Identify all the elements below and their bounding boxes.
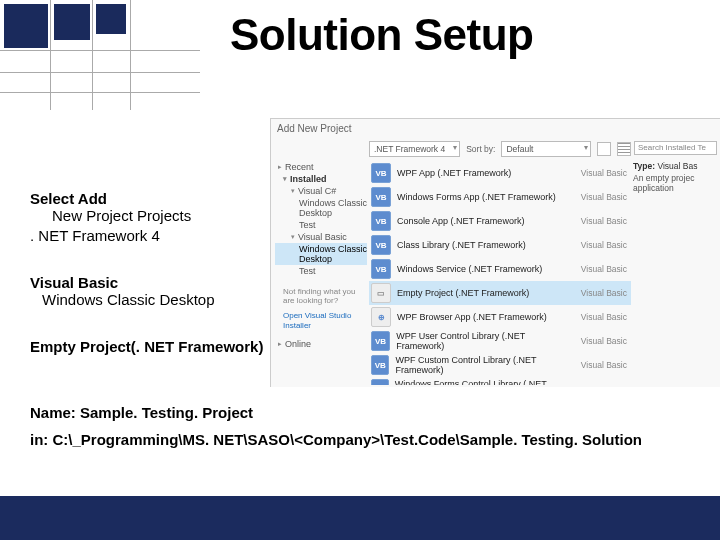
template-row[interactable]: VB WPF Custom Control Library (.NET Fram… xyxy=(369,353,631,377)
template-lang: Visual Basic xyxy=(571,312,631,322)
template-row[interactable]: VB Windows Service (.NET Framework) Visu… xyxy=(369,257,631,281)
note-line: Windows Classic Desktop xyxy=(42,291,285,308)
project-type-tree: Recent Installed Visual C# Windows Class… xyxy=(275,161,367,350)
search-input[interactable]: Search Installed Te xyxy=(634,141,717,155)
dialog-title: Add New Project xyxy=(277,123,351,134)
template-icon: VB xyxy=(371,379,389,385)
tree-not-finding-text: Not finding what you are looking for? xyxy=(275,287,367,305)
template-list: VB WPF App (.NET Framework) Visual Basic… xyxy=(369,161,631,385)
instruction-notes: Select Add New Project Projects . NET Fr… xyxy=(30,190,285,386)
project-name-line: Name: Sample. Testing. Project xyxy=(30,404,700,421)
template-name: WPF User Control Library (.NET Framework… xyxy=(396,331,567,351)
project-path-line: in: C:\_Programming\MS. NET\SASO\<Compan… xyxy=(30,431,700,448)
template-icon: VB xyxy=(371,235,391,255)
tree-installed[interactable]: Installed xyxy=(275,173,367,185)
slide-title: Solution Setup xyxy=(230,10,533,60)
open-installer-link[interactable]: Open Visual Studio Installer xyxy=(275,311,367,330)
template-lang: Visual Basic xyxy=(571,216,631,226)
template-icon: VB xyxy=(371,211,391,231)
note-line: Select Add xyxy=(30,190,285,207)
view-detail-icon[interactable] xyxy=(617,142,631,156)
desc-type-label: Type: xyxy=(633,161,655,171)
template-row[interactable]: VB Windows Forms Control Library (.NET F… xyxy=(369,377,631,385)
template-row[interactable]: VB Windows Forms App (.NET Framework) Vi… xyxy=(369,185,631,209)
tree-online[interactable]: Online xyxy=(275,338,367,350)
template-name: Windows Service (.NET Framework) xyxy=(397,264,565,274)
template-row[interactable]: VB Console App (.NET Framework) Visual B… xyxy=(369,209,631,233)
template-lang: Visual Basic xyxy=(571,264,631,274)
template-lang: Visual Basic xyxy=(571,288,631,298)
template-row[interactable]: VB WPF App (.NET Framework) Visual Basic xyxy=(369,161,631,185)
tree-csharp[interactable]: Visual C# xyxy=(275,185,367,197)
template-lang: Visual Basic xyxy=(571,240,631,250)
template-row[interactable]: VB Class Library (.NET Framework) Visual… xyxy=(369,233,631,257)
slide-deco-grid xyxy=(0,0,200,110)
template-name: Console App (.NET Framework) xyxy=(397,216,565,226)
template-row[interactable]: VB WPF User Control Library (.NET Framew… xyxy=(369,329,631,353)
template-name: Windows Forms App (.NET Framework) xyxy=(397,192,565,202)
template-lang: Visual Basic xyxy=(571,168,631,178)
note-line: Empty Project(. NET Framework) xyxy=(30,338,285,355)
note-line: New Project Projects xyxy=(52,207,285,224)
template-row[interactable]: ⊕ WPF Browser App (.NET Framework) Visua… xyxy=(369,305,631,329)
template-description: Type: Visual Bas An empty projec applica… xyxy=(633,161,719,194)
template-lang: Visual Basic xyxy=(574,336,631,346)
template-row[interactable]: ▭ Empty Project (.NET Framework) Visual … xyxy=(369,281,631,305)
project-name-path: Name: Sample. Testing. Project in: C:\_P… xyxy=(30,404,700,448)
note-line: . NET Framework 4 xyxy=(30,227,285,244)
template-icon: VB xyxy=(371,187,391,207)
tree-vb-desktop[interactable]: Windows Classic Desktop xyxy=(275,243,367,265)
template-name: WPF Custom Control Library (.NET Framewo… xyxy=(395,355,570,375)
slide-footer-bar xyxy=(0,496,720,540)
template-icon: VB xyxy=(371,331,390,351)
desc-text: An empty projec application xyxy=(633,173,717,193)
tree-vb[interactable]: Visual Basic xyxy=(275,231,367,243)
sort-by-selector[interactable]: Default xyxy=(501,141,591,157)
template-lang: Visual Basic xyxy=(571,192,631,202)
template-name: WPF Browser App (.NET Framework) xyxy=(397,312,565,322)
tree-recent[interactable]: Recent xyxy=(275,161,367,173)
template-icon: VB xyxy=(371,355,389,375)
tree-csharp-test[interactable]: Test xyxy=(275,219,367,231)
empty-project-icon: ▭ xyxy=(371,283,391,303)
tree-vb-test[interactable]: Test xyxy=(275,265,367,277)
template-icon: VB xyxy=(371,163,391,183)
note-line: Visual Basic xyxy=(30,274,285,291)
template-name: Empty Project (.NET Framework) xyxy=(397,288,565,298)
template-name: WPF App (.NET Framework) xyxy=(397,168,565,178)
template-lang: Visual Basic xyxy=(578,384,631,385)
template-icon: VB xyxy=(371,259,391,279)
template-lang: Visual Basic xyxy=(576,360,631,370)
globe-icon: ⊕ xyxy=(371,307,391,327)
tree-csharp-desktop[interactable]: Windows Classic Desktop xyxy=(275,197,367,219)
desc-type-value: Visual Bas xyxy=(657,161,697,171)
sort-by-label: Sort by: xyxy=(466,144,495,154)
framework-selector[interactable]: .NET Framework 4 xyxy=(369,141,460,157)
template-name: Windows Forms Control Library (.NET Fram… xyxy=(395,379,572,385)
view-large-icon[interactable] xyxy=(597,142,611,156)
add-new-project-dialog: Add New Project .NET Framework 4 Sort by… xyxy=(270,118,720,387)
template-name: Class Library (.NET Framework) xyxy=(397,240,565,250)
